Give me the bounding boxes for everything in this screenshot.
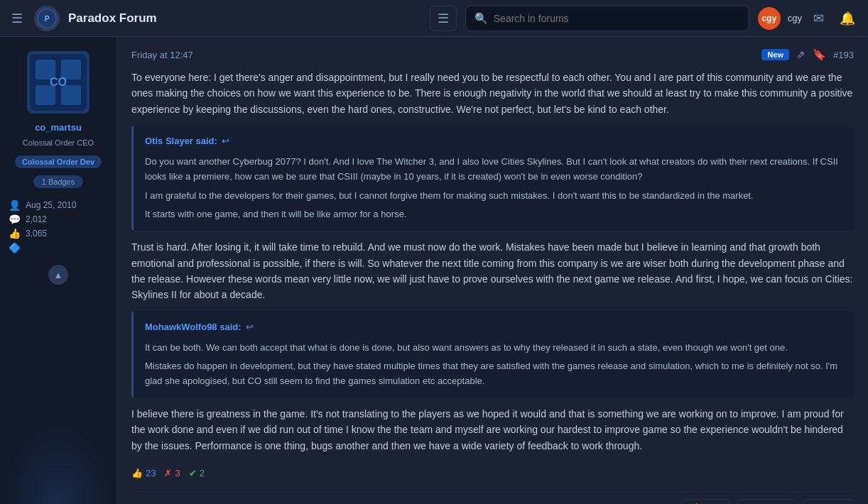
hamburger-icon[interactable]: ☰ — [9, 8, 26, 29]
quote-author-1: Otis Slayer said: — [145, 134, 217, 149]
main-layout: CO co_martsu Colossal Order CEO Colossal… — [0, 37, 868, 504]
quote-button[interactable]: ❝ + Quote — [737, 499, 796, 504]
sidebar-badges-count: 1 Badges — [33, 175, 83, 188]
quote-author-2: MohawkWolfo98 said: — [145, 320, 242, 335]
quote-line-2-1: It can be both. We can both accept that … — [145, 341, 842, 356]
stat-messages-value: 2,012 — [26, 214, 47, 224]
check-reaction[interactable]: ✔ 2 — [189, 468, 205, 478]
post-timestamp: Friday at 12:47 — [131, 50, 193, 60]
post-header: Friday at 12:47 New ⇗ 🔖 #193 — [131, 48, 854, 61]
user-stats: 👤 Aug 25, 2010 💬 2,012 👍 3,065 🔷 — [9, 199, 108, 253]
quote-arrow-1: ↩ — [222, 134, 229, 149]
search-bar: 🔍 — [465, 6, 749, 31]
post-number: #193 — [833, 50, 854, 60]
messages-icon[interactable]: ✉ — [809, 8, 828, 29]
post-footer: ⚑ Report 👍 Like ❝ + Quote ↩ Reply — [131, 491, 854, 504]
scroll-up-button[interactable]: ▲ — [48, 265, 68, 285]
calendar-icon: 👤 — [9, 199, 20, 211]
reactions-stat-icon: 👍 — [9, 228, 20, 239]
like-button[interactable]: 👍 Like — [682, 499, 730, 504]
new-badge: New — [761, 49, 789, 60]
stat-reactions-value: 3,065 — [26, 229, 47, 239]
stat-date-value: Aug 25, 2010 — [26, 200, 76, 210]
check-icon: ✔ — [189, 468, 197, 478]
stat-messages: 💬 2,012 — [9, 214, 108, 225]
user-avatar-nav[interactable]: cgy — [758, 7, 781, 30]
stat-join-date: 👤 Aug 25, 2010 — [9, 199, 108, 211]
like-count: 23 — [146, 468, 156, 478]
quote-header-2: MohawkWolfo98 said: ↩ — [145, 320, 842, 335]
site-logo: P — [34, 6, 60, 31]
post-body: To everyone here: I get there's anger an… — [131, 70, 854, 454]
post-actions: New ⇗ 🔖 #193 — [761, 48, 854, 61]
post-paragraph-2: Trust is hard. After losing it, it will … — [131, 239, 854, 303]
dislike-count: 3 — [175, 468, 180, 478]
quote-text-2: It can be both. We can both accept that … — [145, 341, 842, 389]
quote-line-1-1: Do you want another Cyberbug 2077? I don… — [145, 155, 842, 185]
nav-username: cgy — [788, 13, 802, 23]
like-reaction[interactable]: 👍 23 — [131, 468, 156, 478]
svg-text:CO: CO — [50, 76, 67, 88]
quote-line-1-3: It starts with one game, and then it wil… — [145, 207, 842, 222]
top-navigation: ☰ P Paradox Forum ☰ 🔍 cgy cgy ✉ 🔔 — [0, 0, 868, 37]
post-paragraph-1: To everyone here: I get there's anger an… — [131, 70, 854, 117]
quote-line-1-2: I am grateful to the developers for thei… — [145, 189, 842, 204]
search-icon: 🔍 — [474, 12, 488, 25]
nav-right: cgy cgy ✉ 🔔 — [758, 7, 859, 30]
dislike-icon: ✗ — [164, 468, 172, 478]
quote-block-1: Otis Slayer said: ↩ Do you want another … — [131, 126, 854, 231]
sidebar-username[interactable]: co_martsu — [35, 122, 82, 133]
site-title: Paradox Forum — [68, 11, 157, 26]
svg-rect-5 — [36, 85, 55, 105]
reply-button[interactable]: ↩ Reply — [803, 499, 854, 504]
nav-menu-icon[interactable]: ☰ — [430, 6, 457, 31]
like-icon: 👍 — [131, 468, 143, 478]
footer-action-buttons: 👍 Like ❝ + Quote ↩ Reply — [682, 499, 854, 504]
post-paragraph-3: I believe there is greatness in the game… — [131, 406, 854, 454]
quote-arrow-2: ↩ — [246, 320, 254, 335]
svg-text:P: P — [45, 14, 50, 22]
user-avatar-large: CO — [27, 51, 89, 114]
quote-line-2-2: Mistakes do happen in development, but t… — [145, 359, 842, 389]
bookmark-icon[interactable]: 🔖 — [813, 48, 826, 61]
sidebar-role: Colossal Order CEO — [23, 138, 94, 147]
user-sidebar: CO co_martsu Colossal Order CEO Colossal… — [0, 37, 117, 504]
dislike-reaction[interactable]: ✗ 3 — [164, 468, 180, 478]
post-wrapper: Friday at 12:47 New ⇗ 🔖 #193 To everyone… — [117, 37, 868, 504]
search-input[interactable] — [494, 13, 740, 24]
share-icon[interactable]: ⇗ — [796, 48, 805, 61]
sidebar-badge: Colossal Order Dev — [15, 155, 102, 168]
stat-reactions: 👍 3,065 — [9, 228, 108, 239]
stat-extra: 🔷 — [9, 242, 108, 253]
content-area: Friday at 12:47 New ⇗ 🔖 #193 To everyone… — [117, 37, 868, 504]
reactions-bar: 👍 23 ✗ 3 ✔ 2 — [131, 461, 854, 486]
quote-text-1: Do you want another Cyberbug 2077? I don… — [145, 155, 842, 222]
notifications-icon[interactable]: 🔔 — [835, 8, 859, 29]
svg-rect-6 — [61, 85, 81, 105]
messages-stat-icon: 💬 — [9, 214, 20, 225]
sidebar-bg-decoration — [0, 419, 116, 504]
check-count: 2 — [200, 468, 205, 478]
quote-header-1: Otis Slayer said: ↩ — [145, 134, 842, 149]
quote-block-2: MohawkWolfo98 said: ↩ It can be both. We… — [131, 312, 854, 398]
user-stat-icon: 🔷 — [9, 242, 20, 253]
